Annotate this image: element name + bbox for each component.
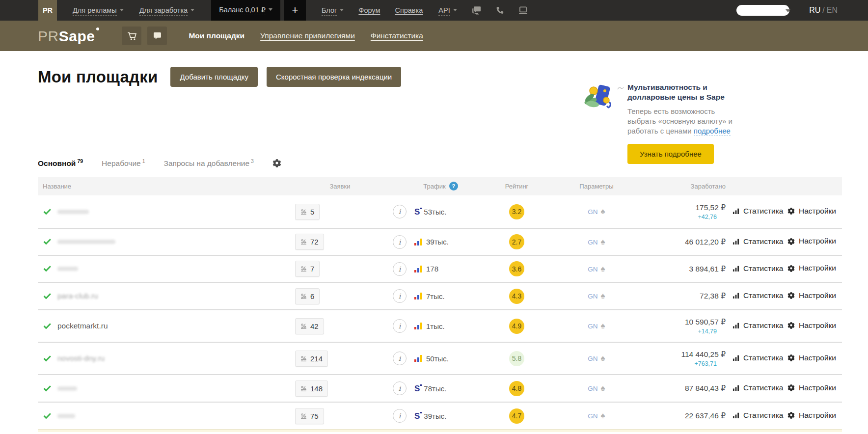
info-icon[interactable]: i <box>393 205 407 218</box>
menu-api-label: API <box>438 6 450 16</box>
promo-learn-more-button[interactable]: Узнать подробнее <box>627 144 714 164</box>
params-gn-link[interactable]: GN <box>588 293 597 300</box>
add-site-button[interactable]: Добавить площадку <box>170 67 258 87</box>
statistics-link[interactable]: Статистика <box>732 411 783 420</box>
info-icon[interactable]: i <box>393 381 407 395</box>
tab-inactive-count: 1 <box>142 158 145 164</box>
params-gn-link[interactable]: GN <box>588 385 597 392</box>
nav-my-sites[interactable]: Мои площадки <box>189 31 244 40</box>
statistics-link[interactable]: Статистика <box>732 353 783 362</box>
settings-link[interactable]: Настройки <box>787 383 836 392</box>
speed-index-check-button[interactable]: Скоростная проверка индексации <box>267 67 401 87</box>
params-gn-link[interactable]: GN <box>588 239 597 246</box>
add-funds-button[interactable]: + <box>284 0 306 21</box>
menu-api[interactable]: API <box>438 6 457 14</box>
site-name[interactable]: pocketmarkt.ru <box>57 322 108 330</box>
bids-badge[interactable]: 6 <box>295 288 320 304</box>
nav-privileges[interactable]: Управление привилегиями <box>260 31 355 40</box>
statistics-link[interactable]: Статистика <box>732 291 783 300</box>
bar-chart-icon <box>732 208 739 215</box>
promo-more-link[interactable]: подробнее <box>694 127 731 136</box>
statistics-label: Статистика <box>743 207 783 216</box>
info-icon[interactable]: i <box>393 262 407 276</box>
settings-link[interactable]: Настройки <box>787 411 836 420</box>
bids-count: 148 <box>310 384 323 393</box>
nav-finstats[interactable]: Финстатистика <box>371 31 423 40</box>
params-gn-link[interactable]: GN <box>588 266 597 273</box>
info-icon[interactable]: i <box>393 289 407 303</box>
menu-for-earning[interactable]: Для заработка <box>139 6 194 14</box>
traffic-value: 50тыс. <box>426 354 449 363</box>
info-icon[interactable]: i <box>393 235 407 249</box>
tab-inactive[interactable]: Нерабочие1 <box>102 158 145 168</box>
site-name[interactable]: para-club.ru <box>57 292 98 300</box>
statistics-link[interactable]: Статистика <box>732 264 783 273</box>
lang-ru[interactable]: RU <box>809 6 820 14</box>
traffic-value: 78тыс. <box>424 384 446 393</box>
traffic-help-icon[interactable]: ? <box>449 182 458 190</box>
menu-for-ads[interactable]: Для рекламы <box>73 6 124 14</box>
link-forum[interactable]: Форум <box>358 6 380 14</box>
bar-chart-icon <box>732 292 739 299</box>
bids-badge[interactable]: 5 <box>295 204 320 220</box>
liveinternet-traffic-icon <box>414 323 422 329</box>
bids-count: 72 <box>310 238 319 246</box>
phone-icon[interactable] <box>495 6 504 15</box>
bids-count: 214 <box>310 354 323 363</box>
settings-link[interactable]: Настройки <box>787 237 836 245</box>
settings-link[interactable]: Настройки <box>787 321 836 330</box>
settings-label: Настройки <box>799 353 836 362</box>
check-icon <box>43 208 51 216</box>
messages-icon[interactable] <box>472 6 481 15</box>
chat-button[interactable] <box>147 27 167 45</box>
params-gn-link[interactable]: GN <box>588 208 597 216</box>
site-name[interactable]: novosti-dny.ru <box>57 354 105 363</box>
statistics-link[interactable]: Статистика <box>732 383 783 392</box>
statistics-label: Статистика <box>743 383 783 392</box>
bids-badge[interactable]: 42 <box>295 318 324 334</box>
lang-en[interactable]: EN <box>827 6 838 14</box>
params-gn-link[interactable]: GN <box>588 412 597 420</box>
statistics-link[interactable]: Статистика <box>732 207 783 216</box>
traffic-value: 39тыс. <box>424 412 446 420</box>
list-settings-gear-icon[interactable] <box>272 159 281 167</box>
check-icon <box>43 292 51 300</box>
settings-link[interactable]: Настройки <box>787 207 836 216</box>
language-switcher[interactable]: RU/EN <box>809 6 838 15</box>
laptop-icon[interactable] <box>518 6 528 15</box>
bids-badge[interactable]: 75 <box>295 408 324 424</box>
next-row-highlight-partial <box>38 429 842 432</box>
params-gn-link[interactable]: GN <box>588 323 597 330</box>
bids-badge[interactable]: 72 <box>295 234 324 250</box>
bids-badge[interactable]: 214 <box>295 351 328 367</box>
check-icon <box>43 322 51 330</box>
info-icon[interactable]: i <box>393 409 407 423</box>
params-gn-link[interactable]: GN <box>588 355 597 362</box>
statistics-link[interactable]: Статистика <box>732 321 783 330</box>
settings-link[interactable]: Настройки <box>787 291 836 300</box>
balance-dropdown[interactable]: Баланс 0,01 ₽ <box>211 0 280 21</box>
bar-chart-icon <box>732 354 739 361</box>
bids-badge[interactable]: 148 <box>295 380 328 397</box>
user-menu[interactable] <box>736 5 789 16</box>
site-list-tabs: Основной79 Нерабочие1 Запросы на добавле… <box>38 158 281 168</box>
statistics-link[interactable]: Статистика <box>732 237 783 246</box>
tab-add-requests[interactable]: Запросы на добавление3 <box>164 158 254 168</box>
menu-blog[interactable]: Блог <box>322 6 344 14</box>
info-icon[interactable]: i <box>393 352 407 365</box>
tab-main[interactable]: Основной79 <box>38 158 83 168</box>
header-params: Параметры <box>579 183 613 190</box>
cart-button[interactable] <box>122 27 141 45</box>
info-icon[interactable]: i <box>393 319 407 333</box>
settings-label: Настройки <box>799 321 836 330</box>
pr-tab[interactable]: PR <box>38 0 57 21</box>
settings-link[interactable]: Настройки <box>787 353 836 362</box>
link-help[interactable]: Справка <box>395 6 423 14</box>
table-row: para-club.ru 6 i7тыс. 4.3 GN♠ 72,38 ₽ Ст… <box>38 282 842 309</box>
header-name: Название <box>43 183 71 190</box>
bids-badge[interactable]: 7 <box>295 261 320 277</box>
logo[interactable]: PRSape <box>38 27 99 45</box>
gear-icon <box>787 292 795 299</box>
sites-table: Название Заявки Трафик? Рейтинг Параметр… <box>38 177 842 432</box>
settings-link[interactable]: Настройки <box>787 264 836 272</box>
